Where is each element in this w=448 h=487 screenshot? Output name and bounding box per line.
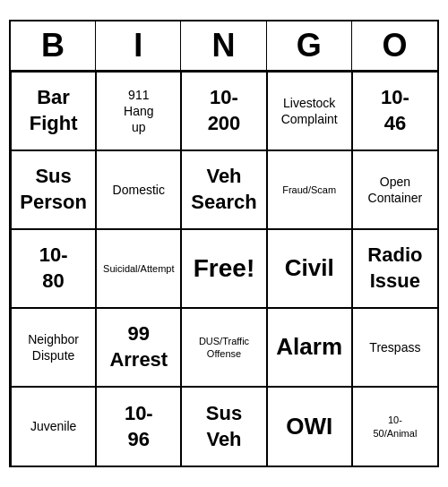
bingo-cell: RadioIssue <box>352 229 437 308</box>
bingo-cell: VehSearch <box>181 150 266 229</box>
bingo-cell: Fraud/Scam <box>267 150 352 229</box>
bingo-cell: 10-96 <box>96 387 181 466</box>
bingo-cell: 10-200 <box>181 72 266 150</box>
bingo-cell: Free! <box>181 229 266 308</box>
cell-text: Domestic <box>113 182 165 198</box>
bingo-grid: BarFight911Hangup10-200LivestockComplain… <box>11 72 437 466</box>
bingo-cell: SusPerson <box>11 150 96 229</box>
bingo-cell: OWI <box>267 387 352 466</box>
bingo-cell: BarFight <box>11 72 96 150</box>
bingo-cell: Alarm <box>267 308 352 387</box>
cell-text: 10-50/Animal <box>373 414 417 440</box>
cell-text: NeighborDispute <box>28 331 79 363</box>
bingo-cell: 911Hangup <box>96 72 181 150</box>
bingo-cell: Juvenile <box>11 387 96 466</box>
bingo-cell: SusVeh <box>181 387 266 466</box>
cell-text: 10-200 <box>208 85 241 136</box>
cell-text: Fraud/Scam <box>282 184 336 196</box>
cell-text: 911Hangup <box>124 87 153 136</box>
bingo-cell: LivestockComplaint <box>267 72 352 150</box>
cell-text: 99Arrest <box>109 321 168 372</box>
bingo-card: BINGO BarFight911Hangup10-200LivestockCo… <box>9 20 439 467</box>
header-letter: O <box>352 21 437 70</box>
header-letter: I <box>96 21 181 70</box>
bingo-cell: Civil <box>267 229 352 308</box>
bingo-cell: 99Arrest <box>96 308 181 387</box>
cell-text: Suicidal/Attempt <box>103 262 174 275</box>
bingo-cell: 10-80 <box>11 229 96 308</box>
cell-text: 10-80 <box>39 243 68 294</box>
cell-text: Free! <box>194 254 254 283</box>
cell-text: OpenContainer <box>368 174 423 206</box>
bingo-cell: Suicidal/Attempt <box>96 229 181 308</box>
cell-text: 10-96 <box>125 401 153 452</box>
header-letter: N <box>181 21 266 70</box>
bingo-cell: 10-46 <box>352 72 437 150</box>
cell-text: Trespass <box>369 339 420 355</box>
bingo-cell: NeighborDispute <box>11 308 96 387</box>
cell-text: SusPerson <box>20 164 87 215</box>
cell-text: LivestockComplaint <box>281 95 338 127</box>
cell-text: DUS/TrafficOffense <box>199 335 249 361</box>
cell-text: Juvenile <box>30 418 76 434</box>
cell-text: 10-46 <box>381 85 409 136</box>
cell-text: Civil <box>285 253 334 284</box>
cell-text: VehSearch <box>191 164 256 215</box>
bingo-header: BINGO <box>11 21 437 72</box>
header-letter: G <box>267 21 352 70</box>
bingo-cell: DUS/TrafficOffense <box>181 308 266 387</box>
cell-text: OWI <box>286 412 332 442</box>
cell-text: SusVeh <box>206 401 242 452</box>
header-letter: B <box>11 21 96 70</box>
bingo-cell: Domestic <box>96 150 181 229</box>
bingo-cell: 10-50/Animal <box>352 387 437 466</box>
cell-text: Alarm <box>276 332 342 363</box>
bingo-cell: Trespass <box>352 308 437 387</box>
cell-text: RadioIssue <box>367 243 422 294</box>
cell-text: BarFight <box>30 85 78 136</box>
bingo-cell: OpenContainer <box>352 150 437 229</box>
